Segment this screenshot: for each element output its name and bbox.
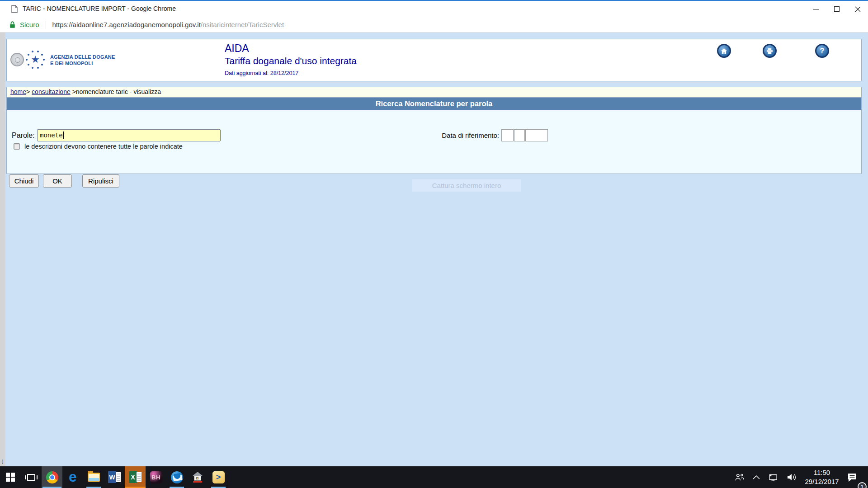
taskbar-arrow-app-button[interactable]: > xyxy=(208,466,229,488)
chrome-icon xyxy=(46,471,58,483)
breadcrumb-consultazione-link[interactable]: consultazione xyxy=(32,88,71,95)
section-title: Ricerca Nomenclature per parola xyxy=(376,99,493,108)
left-gutter xyxy=(0,33,5,466)
action-center-icon xyxy=(847,472,858,482)
network-button[interactable] xyxy=(764,466,782,488)
minimize-icon xyxy=(813,9,819,9)
close-button[interactable] xyxy=(847,1,868,17)
file-explorer-icon xyxy=(88,473,100,482)
breadcrumb: home> consultazione >nomenclature taric … xyxy=(6,87,862,98)
system-tray: 11:50 29/12/2017 1 xyxy=(731,466,868,488)
action-center-button[interactable]: 1 xyxy=(843,466,862,488)
taskbar-thunderbird-button[interactable] xyxy=(166,466,187,488)
volume-button[interactable] xyxy=(782,466,801,488)
thunderbird-icon xyxy=(171,471,183,483)
app-name: AIDA xyxy=(225,42,357,55)
date-day-input[interactable] xyxy=(501,129,514,141)
clock-date: 29/12/2017 xyxy=(803,477,841,486)
url-path: /nsitaricinternet/TaricServlet xyxy=(201,21,284,28)
all-words-checkbox-label: le descrizioni devono contenere tutte le… xyxy=(24,143,183,150)
padlock-icon[interactable] xyxy=(9,21,16,29)
stray-text: j xyxy=(2,458,3,464)
date-reference-group xyxy=(501,129,548,141)
app-titles: AIDA Tariffa doganale d'uso integrata Da… xyxy=(225,42,357,76)
word-icon: W xyxy=(108,471,121,483)
window-title: TARIC - NOMENCLATURE IMPORT - Google Chr… xyxy=(23,5,176,12)
site-header: ★ AGENZIA DELLE DOGANE E DEI MONOPOLI AI… xyxy=(6,39,862,81)
address-bar[interactable]: Sicuro https://aidaonline7.agenziadogane… xyxy=(0,17,868,33)
chiudi-button[interactable]: Chiudi xyxy=(9,174,39,188)
taskbar-edge-button[interactable]: e xyxy=(62,466,83,488)
taskbar-house-app-button[interactable] xyxy=(187,466,208,488)
home-icon xyxy=(721,48,727,54)
people-icon xyxy=(735,473,745,482)
agency-name-line1: AGENZIA DELLE DOGANE xyxy=(50,54,115,60)
chevron-up-icon xyxy=(753,475,760,479)
windows-start-icon xyxy=(6,473,15,482)
minimize-button[interactable] xyxy=(806,1,826,17)
breadcrumb-sep1: > xyxy=(26,88,30,95)
maximize-icon xyxy=(834,6,840,12)
page-icon xyxy=(11,5,18,15)
capture-tooltip: Cattura schermo intero xyxy=(412,179,521,192)
security-label: Sicuro xyxy=(20,21,39,28)
task-view-button[interactable] xyxy=(21,466,42,488)
taskbar-chrome-button[interactable] xyxy=(42,466,62,488)
date-month-input[interactable] xyxy=(514,129,525,141)
task-view-icon xyxy=(27,474,35,481)
date-year-input[interactable] xyxy=(525,129,548,141)
parole-input[interactable]: monete xyxy=(37,129,221,141)
close-icon xyxy=(855,6,861,12)
agency-name: AGENZIA DELLE DOGANE E DEI MONOPOLI xyxy=(50,54,115,67)
taskbar-word-button[interactable]: W xyxy=(104,466,125,488)
excel-icon: X xyxy=(129,471,142,483)
taskbar-bh-button[interactable]: BH xyxy=(146,466,166,488)
edge-icon: e xyxy=(69,469,77,484)
all-words-checkbox[interactable] xyxy=(14,143,20,150)
url-divider xyxy=(46,21,46,29)
taskbar-explorer-button[interactable] xyxy=(83,466,104,488)
section-title-bar: Ricerca Nomenclature per parola xyxy=(6,98,862,110)
bh-app-icon: BH xyxy=(150,471,162,483)
home-button[interactable] xyxy=(717,44,731,58)
volume-icon xyxy=(786,473,797,482)
page-content: ★ AGENZIA DELLE DOGANE E DEI MONOPOLI AI… xyxy=(0,33,868,466)
app-subtitle: Tariffa doganale d'uso integrata xyxy=(225,55,357,67)
agency-name-line2: E DEI MONOPOLI xyxy=(50,60,115,66)
ok-button[interactable]: OK xyxy=(43,174,72,188)
parole-value: monete xyxy=(40,131,63,139)
help-icon: ? xyxy=(820,47,825,55)
date-reference-label: Data di riferimento: xyxy=(438,131,499,139)
breadcrumb-sep2: > xyxy=(72,88,76,95)
taskbar: e W X BH > 11:50 29/12/2017 1 xyxy=(0,466,868,488)
form-actions: Chiudi OK Ripulisci xyxy=(9,174,119,188)
print-button[interactable] xyxy=(763,44,777,58)
network-icon xyxy=(768,473,778,482)
parole-label: Parole: xyxy=(12,131,35,140)
url-text[interactable]: https://aidaonline7.agenziadoganemonopol… xyxy=(52,21,284,28)
taskbar-clock[interactable]: 11:50 29/12/2017 xyxy=(801,468,843,487)
arrow-app-icon: > xyxy=(212,471,225,483)
help-button[interactable]: ? xyxy=(815,44,829,58)
window-titlebar[interactable]: TARIC - NOMENCLATURE IMPORT - Google Chr… xyxy=(0,1,868,17)
notification-badge: 1 xyxy=(858,482,867,488)
people-button[interactable] xyxy=(731,466,749,488)
breadcrumb-current: nomenclature taric - visualizza xyxy=(76,88,161,95)
data-updated-text: Dati aggiornati al: 28/12/2017 xyxy=(225,70,357,76)
tray-expand-button[interactable] xyxy=(749,466,764,488)
agency-logo-icon: ★ xyxy=(25,49,46,70)
star-icon: ★ xyxy=(25,49,46,70)
maximize-button[interactable] xyxy=(826,1,847,17)
text-caret xyxy=(63,131,64,139)
italy-emblem-icon xyxy=(10,53,24,66)
search-form-panel: Parole: monete le descrizioni devono con… xyxy=(6,110,862,174)
start-button[interactable] xyxy=(0,466,21,488)
house-app-icon xyxy=(192,472,203,483)
taskbar-excel-button[interactable]: X xyxy=(125,466,146,488)
print-icon xyxy=(766,48,773,54)
breadcrumb-home-link[interactable]: home xyxy=(10,88,26,95)
ripulisci-button[interactable]: Ripulisci xyxy=(82,174,119,188)
clock-time: 11:50 xyxy=(803,468,841,477)
url-host: https://aidaonline7.agenziadoganemonopol… xyxy=(52,21,201,28)
